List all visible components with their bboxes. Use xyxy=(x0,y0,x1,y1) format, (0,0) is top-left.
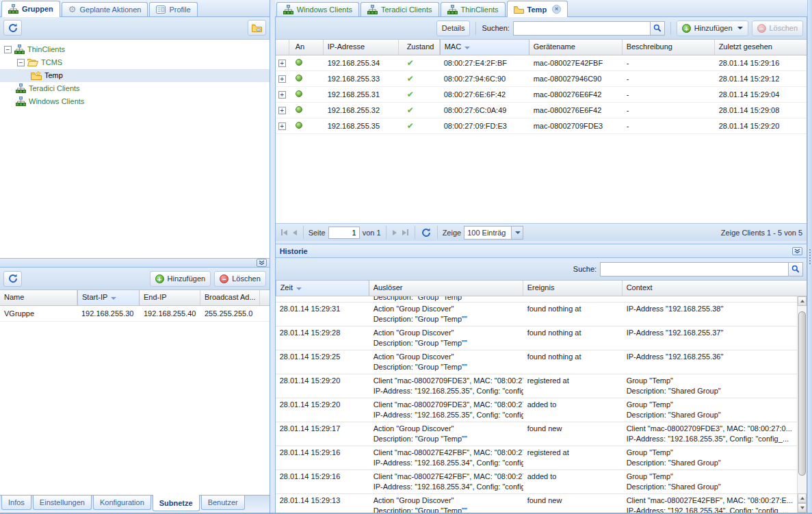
close-icon[interactable]: × xyxy=(552,5,561,14)
history-row[interactable]: 28.01.14 15:29:31 Action "Group Discover… xyxy=(276,303,797,326)
page-last-button[interactable] xyxy=(401,228,410,237)
tab-label: Konfiguration xyxy=(100,498,144,506)
column-header-end-ip[interactable]: End-IP xyxy=(140,290,200,305)
history-row[interactable]: 28.01.14 15:29:17 Action "Group Discover… xyxy=(276,422,797,446)
scrollbar-thumb[interactable] xyxy=(798,311,806,476)
tab-thinclients[interactable]: ThinClients xyxy=(441,2,506,16)
page-number-input[interactable] xyxy=(328,227,360,239)
collapse-icon[interactable] xyxy=(792,247,802,255)
column-header-broadcast[interactable]: Broadcast Ad... xyxy=(200,290,260,305)
history-row[interactable]: 28.01.14 15:29:28 Action "Group Discover… xyxy=(276,326,797,350)
history-row-clipped[interactable]: Description: "Group "Temp"" xyxy=(276,296,797,303)
client-row[interactable]: + 192.168.255.35 ✔ 08:00:27:09:FD:E3 mac… xyxy=(276,118,807,134)
history-search-input[interactable] xyxy=(600,262,788,277)
column-header-mac[interactable]: MAC xyxy=(440,40,529,55)
combo-trigger[interactable] xyxy=(511,227,523,239)
tab-windows-clients[interactable]: Windows Clients xyxy=(276,2,359,16)
add-client-button[interactable]: + Hinzufügen xyxy=(677,21,748,36)
client-row[interactable]: + 192.168.255.31 ✔ 08:00:27:6E:6F:42 mac… xyxy=(276,87,807,103)
row-expand-icon[interactable]: + xyxy=(278,75,286,83)
tree-node-tcms[interactable]: − TCMS xyxy=(0,56,270,69)
history-row[interactable]: 28.01.14 15:29:16 Client "mac-080027E42F… xyxy=(276,470,797,494)
tab-teradici-clients[interactable]: Teradici Clients xyxy=(361,2,439,16)
cell-last-seen: 28.01.14 15:29:04 xyxy=(715,90,807,99)
cell-mac: 08:00:27:6C:0A:49 xyxy=(440,106,529,114)
page-prev-button[interactable] xyxy=(291,229,298,237)
column-header-ereignis[interactable]: Ereignis xyxy=(523,281,623,296)
search-button[interactable] xyxy=(650,21,665,36)
tree-node-windows-clients[interactable]: Windows Clients xyxy=(0,95,270,108)
cell-trigger: Client "mac-08002709FDE3", MAC: "08:00:2… xyxy=(369,398,523,422)
refresh-icon xyxy=(8,274,18,283)
refresh-button[interactable] xyxy=(3,20,22,36)
column-header-zuletzt-gesehen[interactable]: Zuletzt gesehen xyxy=(715,40,807,55)
column-header-ausloeser[interactable]: Auslöser xyxy=(369,281,523,296)
subnets-toolbar: + Hinzufügen − Löschen xyxy=(0,268,270,290)
delete-client-button[interactable]: − Löschen xyxy=(752,21,804,36)
folder-icon xyxy=(514,5,524,14)
tab-label: Gruppen xyxy=(22,5,53,13)
tab-infos[interactable]: Infos xyxy=(1,496,31,510)
refresh-button[interactable] xyxy=(420,227,432,239)
row-expand-icon[interactable]: + xyxy=(278,123,286,130)
tab-einstellungen[interactable]: Einstellungen xyxy=(33,496,92,510)
page-next-button[interactable] xyxy=(391,229,398,237)
subnet-row[interactable]: VGruppe 192.168.255.30 192.168.255.40 25… xyxy=(0,306,270,322)
tree-node-teradici-clients[interactable]: Teradici Clients xyxy=(0,82,270,95)
scroll-up-button[interactable] xyxy=(798,493,807,503)
details-button[interactable]: Details xyxy=(436,21,471,36)
row-expand-icon[interactable]: + xyxy=(278,60,286,67)
south-panel-splitter[interactable] xyxy=(0,258,270,268)
page-size-combo[interactable]: 100 Einträg xyxy=(464,226,523,240)
column-header-geraetename[interactable]: Gerätename xyxy=(529,40,623,55)
refresh-button[interactable] xyxy=(3,271,22,287)
client-row[interactable]: + 192.168.255.33 ✔ 08:00:27:94:6C:90 mac… xyxy=(276,71,807,87)
column-header-ip[interactable]: IP-Adresse xyxy=(324,40,399,55)
history-row[interactable]: 28.01.14 15:29:20 Client "mac-08002709FD… xyxy=(276,374,797,398)
tab-temp[interactable]: Temp × xyxy=(507,1,568,17)
delete-subnet-button[interactable]: − Löschen xyxy=(214,271,266,287)
region-splitter[interactable] xyxy=(270,0,275,513)
tab-konfiguration[interactable]: Konfiguration xyxy=(93,496,151,510)
dropdown-arrow-icon[interactable] xyxy=(737,27,743,29)
tree-node-thinclients[interactable]: − ThinClients xyxy=(0,43,270,56)
tab-subnetze[interactable]: Subnetze xyxy=(153,495,200,511)
page-first-button[interactable] xyxy=(280,228,289,237)
check-icon: ✔ xyxy=(407,58,414,68)
scroll-up-button[interactable] xyxy=(798,296,807,306)
column-header-name[interactable]: Name xyxy=(0,290,77,305)
tab-gruppen[interactable]: Gruppen xyxy=(1,1,60,17)
client-row[interactable]: + 192.168.255.34 ✔ 08:00:27:E4:2F:BF mac… xyxy=(276,55,807,71)
history-row[interactable]: 28.01.14 15:29:16 Client "mac-080027E42F… xyxy=(276,446,797,470)
column-header-zeit[interactable]: Zeit xyxy=(276,281,369,296)
tab-label: Windows Clients xyxy=(297,5,352,14)
history-row[interactable]: 28.01.14 15:29:20 Client "mac-08002709FD… xyxy=(276,398,797,422)
column-header-beschreibung[interactable]: Beschreibung xyxy=(623,40,715,55)
column-header-an[interactable]: An xyxy=(289,40,324,55)
history-row[interactable]: 28.01.14 15:29:13 Action "Group Discover… xyxy=(276,494,797,513)
row-expand-icon[interactable]: + xyxy=(278,91,286,99)
column-header-zustand[interactable]: Zustand xyxy=(399,40,440,55)
add-subnet-button[interactable]: + Hinzufügen xyxy=(150,271,211,287)
minus-expander-icon[interactable]: − xyxy=(4,46,12,53)
column-header-start-ip[interactable]: Start-IP xyxy=(77,290,140,305)
search-input[interactable] xyxy=(513,21,650,36)
history-scrollbar[interactable] xyxy=(797,296,807,513)
minus-expander-icon[interactable]: − xyxy=(17,59,25,66)
east-collapse-strip[interactable] xyxy=(807,0,812,513)
tab-benutzer[interactable]: Benutzer xyxy=(201,496,245,510)
row-expand-icon[interactable]: + xyxy=(278,107,286,114)
column-header-context[interactable]: Context xyxy=(623,281,807,296)
org-chart-icon xyxy=(16,83,26,93)
collapse-icon[interactable] xyxy=(257,259,267,267)
client-row[interactable]: + 192.168.255.32 ✔ 08:00:27:6C:0A:49 mac… xyxy=(276,103,807,118)
gear-icon: ⚙ xyxy=(68,5,77,14)
tab-geplante-aktionen[interactable]: ⚙ Geplante Aktionen xyxy=(62,2,148,16)
folder-new-icon xyxy=(31,71,42,80)
tree-node-temp[interactable]: Temp xyxy=(0,69,270,82)
history-search-button[interactable] xyxy=(788,262,803,277)
scroll-down-button[interactable] xyxy=(798,503,807,513)
tab-profile[interactable]: Profile xyxy=(149,2,197,16)
folder-options-button[interactable] xyxy=(248,20,266,36)
history-row[interactable]: 28.01.14 15:29:25 Action "Group Discover… xyxy=(276,350,797,374)
